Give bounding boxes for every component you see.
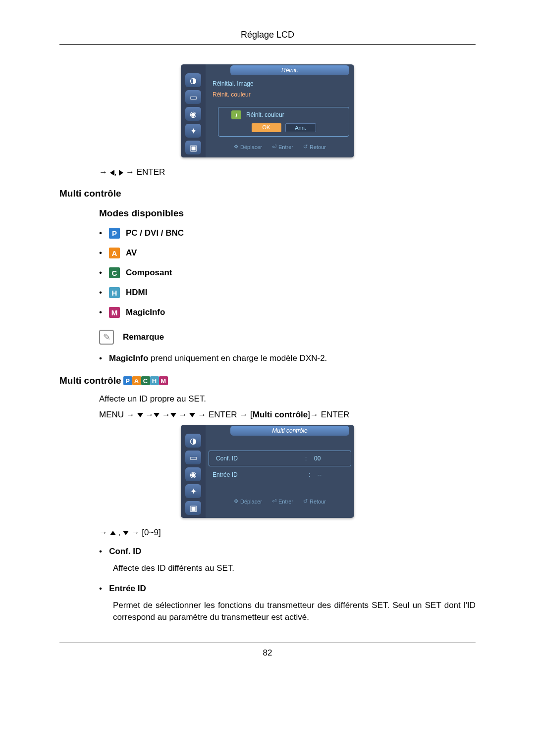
badge-h-icon: H: [109, 287, 120, 298]
osd-side-icon-4: ✦: [185, 124, 201, 138]
conf-id-desc: Affecte des ID différents au SET.: [113, 562, 476, 575]
nav-sequence-2: MENU → → → → → ENTER → [Multi contrôle]→…: [99, 410, 476, 420]
foot-move: Déplacer: [240, 144, 262, 150]
foot-move2: Déplacer: [240, 499, 262, 504]
remarque-heading: ✎ Remarque: [99, 330, 476, 345]
conf-id-item: • Conf. ID: [99, 547, 476, 556]
remarque-text-line: • MagicInfo prend uniquement en charge l…: [99, 353, 476, 363]
heading-multi-controle-2: Multi contrôle P A C H M: [59, 375, 476, 386]
osd-multi-main: Multi contrôle Conf. ID:00 Entrée ID:-- …: [206, 425, 354, 518]
badge-m-icon: M: [109, 307, 120, 318]
foot-return2: Retour: [310, 499, 326, 504]
mode-item-av: • A AV: [99, 248, 476, 258]
mode-comp-label: Composant: [126, 268, 172, 278]
h-icon: H: [150, 376, 159, 385]
osd-side-icon-5: ▣: [185, 141, 201, 154]
down-arrow-icon: [189, 413, 195, 417]
osd2-side-icons: ◑ ▭ ◉ ✦ ▣: [181, 425, 206, 518]
osd-reinit-main: Réinit. Réinitial. Image Réinit. couleur…: [206, 64, 354, 157]
m-icon: M: [159, 376, 168, 385]
c-icon: C: [141, 376, 150, 385]
mode-mi-label: MagicInfo: [126, 307, 165, 317]
osd-reinit-panel: ◑ ▭ ◉ ✦ ▣ Réinit. Réinitial. Image Réini…: [181, 64, 354, 157]
page-number: 82: [59, 648, 476, 658]
p-icon: P: [123, 376, 132, 385]
a-icon: A: [132, 376, 141, 385]
osd-ok-button[interactable]: OK: [252, 123, 281, 132]
move-icon: ✥: [234, 498, 238, 504]
osd-side-icon-2: ▭: [185, 90, 201, 104]
osd2-side-icon-5: ▣: [185, 501, 201, 515]
enter-icon: ⏎: [272, 498, 276, 504]
mode-item-hdmi: • H HDMI: [99, 287, 476, 298]
nav-sequence-3: → , → [0~9]: [99, 528, 476, 538]
osd2-side-icon-2: ▭: [185, 451, 201, 464]
osd-side-icons: ◑ ▭ ◉ ✦ ▣: [181, 64, 206, 157]
bottom-rule: [59, 643, 476, 643]
affecte-line: Affecte un ID propre au SET.: [99, 394, 476, 404]
mode-item-pc: • P PC / DVI / BNC: [99, 228, 476, 239]
entree-id-desc: Permet de sélectionner les fonctions du …: [113, 600, 476, 624]
osd-multi-panel: ◑ ▭ ◉ ✦ ▣ Multi contrôle Conf. ID:00 Ent…: [181, 425, 354, 518]
osd-multi-title: Multi contrôle: [230, 426, 349, 436]
osd-side-icon-3: ◉: [185, 107, 201, 121]
osd-cancel-button[interactable]: Ann.: [285, 123, 316, 132]
badge-p-icon: P: [109, 228, 120, 239]
osd2-side-icon-4: ✦: [185, 484, 201, 498]
osd-side-icon-1: ◑: [185, 73, 201, 87]
mode-item-composant: • C Composant: [99, 267, 476, 278]
move-icon: ✥: [234, 144, 238, 150]
osd2-side-icon-1: ◑: [185, 434, 201, 448]
entree-id-item: • Entrée ID: [99, 584, 476, 594]
info-icon: i: [231, 110, 241, 119]
osd2-side-icon-3: ◉: [185, 467, 201, 481]
down-arrow-icon: [154, 413, 160, 417]
osd-entree-row[interactable]: Entrée ID:--: [206, 467, 354, 482]
foot-enter2: Entrer: [278, 499, 293, 504]
down-arrow-icon: [123, 531, 129, 535]
mode-av-label: AV: [126, 248, 137, 258]
osd-reinit-dialog: i Réinit. couleur OK Ann.: [218, 107, 349, 137]
badge-a-icon: A: [109, 248, 120, 258]
heading-modes-disponibles: Modes disponibles: [99, 208, 476, 219]
down-arrow-icon: [137, 413, 143, 417]
enter-icon: ⏎: [272, 144, 276, 150]
note-icon: ✎: [99, 330, 114, 345]
mode-item-magicinfo: • M MagicInfo: [99, 307, 476, 318]
mode-hdmi-label: HDMI: [126, 288, 147, 298]
nav-sequence-1: → , → ENTER: [99, 167, 476, 177]
return-icon: ↺: [303, 498, 308, 504]
up-arrow-icon: [110, 531, 116, 535]
note-bold: MagicInfo: [109, 353, 148, 363]
osd2-footer: ✥Déplacer ⏎Entrer ↺Retour: [206, 494, 354, 507]
page-header: Réglage LCD: [59, 30, 476, 40]
badge-c-icon: C: [109, 267, 120, 278]
foot-return: Retour: [310, 144, 326, 150]
remarque-label: Remarque: [123, 332, 164, 342]
mode-pc-label: PC / DVI / BNC: [126, 228, 184, 238]
down-arrow-icon: [170, 413, 176, 417]
note-rest: prend uniquement en charge le modèle DXN…: [148, 353, 327, 363]
left-arrow-icon: [110, 170, 114, 176]
right-arrow-icon: [119, 170, 123, 176]
osd-reinit-row2: Réinit. couleur: [206, 89, 354, 100]
osd-dialog-label: Réinit. couleur: [246, 111, 284, 118]
return-icon: ↺: [303, 144, 308, 150]
heading-multi-controle: Multi contrôle: [59, 188, 476, 199]
osd-conf-row[interactable]: Conf. ID:00: [209, 451, 351, 466]
foot-enter: Entrer: [278, 144, 293, 150]
osd-reinit-row1: Réinitial. Image: [206, 78, 354, 89]
osd-reinit-title: Réinit.: [230, 65, 349, 75]
osd-footer: ✥Déplacer ⏎Entrer ↺Retour: [206, 140, 354, 153]
